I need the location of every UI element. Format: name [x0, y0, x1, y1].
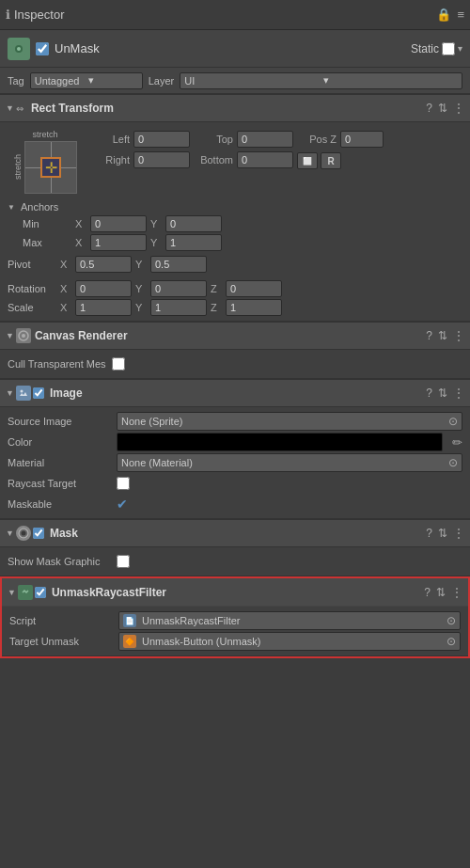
- canvas-renderer-menu-icon[interactable]: ⋮: [453, 329, 464, 342]
- canvas-renderer-header: ▼ Canvas Renderer ? ⇅ ⋮: [0, 322, 470, 350]
- rotation-row: Rotation X Y Z: [8, 279, 462, 298]
- rotation-x-input[interactable]: [75, 280, 132, 297]
- gameobject-icon: [8, 38, 30, 60]
- canvas-renderer-content: Cull Transparent Mes: [0, 350, 470, 379]
- target-unmask-target-icon[interactable]: ⊙: [446, 635, 456, 648]
- mask-foldout[interactable]: ▼: [6, 529, 14, 538]
- canvas-renderer-foldout[interactable]: ▼: [6, 331, 14, 340]
- anchor-visual[interactable]: ✛: [24, 141, 77, 194]
- image-content: Source Image None (Sprite) ⊙ Color ✏ Mat…: [0, 407, 470, 519]
- image-menu-icon[interactable]: ⋮: [453, 387, 464, 400]
- show-mask-graphic-checkbox[interactable]: [117, 555, 130, 568]
- show-mask-graphic-row: Show Mask Graphic: [8, 551, 462, 572]
- anchors-min-y-input[interactable]: [165, 215, 222, 232]
- unmask-raycast-icon: [18, 585, 33, 600]
- unmask-raycast-foldout[interactable]: ▼: [8, 588, 16, 597]
- color-label: Color: [8, 436, 111, 448]
- canvas-renderer-settings-icon[interactable]: ⇅: [438, 329, 447, 342]
- anchors-min-x-input[interactable]: [90, 215, 147, 232]
- mask-help-icon[interactable]: ?: [426, 527, 432, 540]
- target-unmask-field[interactable]: 🔶 Unmask-Button (Unmask) ⊙: [118, 632, 461, 651]
- anchors-foldout[interactable]: ▼: [8, 203, 15, 212]
- right-label: Right: [90, 154, 130, 166]
- left-input[interactable]: [133, 131, 190, 148]
- right-input[interactable]: [133, 151, 190, 168]
- anchors-min-row: Min X Y: [8, 214, 462, 233]
- color-field[interactable]: [117, 433, 443, 451]
- anchors-max-x-input[interactable]: [90, 234, 147, 251]
- cull-checkbox[interactable]: [112, 357, 125, 371]
- unmask-raycast-menu-icon[interactable]: ⋮: [451, 586, 462, 599]
- raycast-label: Raycast Target: [8, 478, 111, 489]
- script-file-icon: 📄: [123, 614, 136, 627]
- canvas-renderer-help-icon[interactable]: ?: [426, 329, 432, 342]
- image-icon: [16, 386, 31, 401]
- tag-layer-row: Tag Untagged ▾ Layer UI ▾: [0, 68, 470, 94]
- script-label: Script: [9, 615, 113, 626]
- lock-icon[interactable]: 🔒: [436, 8, 451, 22]
- image-foldout[interactable]: ▼: [6, 388, 14, 398]
- anchors-max-y-label: Y: [150, 237, 162, 248]
- pivot-y-input[interactable]: [150, 256, 207, 273]
- material-field[interactable]: None (Material) ⊙: [117, 453, 462, 472]
- pivot-y-label: Y: [135, 259, 147, 270]
- script-field[interactable]: 📄 UnmaskRaycastFilter ⊙: [118, 611, 461, 630]
- rotation-z-input[interactable]: [226, 280, 282, 297]
- pivot-x-input[interactable]: [75, 256, 132, 273]
- svg-point-2: [17, 47, 21, 51]
- rect-reset-btn[interactable]: R: [321, 152, 341, 169]
- mask-settings-icon[interactable]: ⇅: [438, 527, 447, 540]
- rect-transform-foldout[interactable]: ▼: [6, 103, 14, 113]
- top-input[interactable]: [237, 131, 293, 148]
- raycast-checkbox[interactable]: [117, 477, 130, 490]
- anchor-inner: ✛: [40, 157, 61, 178]
- static-dropdown-arrow[interactable]: ▾: [458, 43, 462, 54]
- image-help-icon[interactable]: ?: [426, 387, 432, 400]
- mask-menu-icon[interactable]: ⋮: [453, 527, 464, 540]
- gameobject-active-checkbox[interactable]: [36, 42, 49, 55]
- scale-z-input[interactable]: [226, 299, 282, 316]
- scale-x-input[interactable]: [75, 299, 132, 316]
- unmask-raycast-section: ▼ UnmaskRaycastFilter ? ⇅ ⋮ Script 📄 Unm…: [0, 576, 470, 658]
- static-checkbox[interactable]: [442, 42, 455, 55]
- scale-x-label: X: [60, 302, 71, 313]
- posz-input[interactable]: [340, 131, 384, 148]
- source-image-field[interactable]: None (Sprite) ⊙: [117, 412, 462, 431]
- material-target-icon[interactable]: ⊙: [448, 456, 458, 469]
- bottom-input[interactable]: [237, 151, 293, 168]
- scale-label: Scale: [8, 302, 55, 313]
- rect-constrain-btn[interactable]: ⬜: [297, 152, 318, 169]
- scale-fields: X Y Z: [60, 299, 282, 316]
- color-picker-icon[interactable]: ✏: [452, 435, 462, 450]
- canvas-renderer-icons: ? ⇅ ⋮: [426, 329, 464, 342]
- image-active-checkbox[interactable]: [33, 387, 44, 399]
- menu-icon[interactable]: ≡: [457, 8, 464, 22]
- inspector-icon: ℹ: [6, 8, 10, 22]
- rotation-y-input[interactable]: [150, 280, 207, 297]
- target-unmask-row: Target Unmask 🔶 Unmask-Button (Unmask) ⊙: [9, 631, 461, 652]
- unmask-raycast-active-checkbox[interactable]: [35, 587, 46, 598]
- source-image-target-icon[interactable]: ⊙: [448, 415, 458, 428]
- rect-transform-settings-icon[interactable]: ⇅: [438, 102, 447, 115]
- target-unmask-value: Unmask-Button (Unmask): [142, 636, 443, 647]
- mask-active-checkbox[interactable]: [33, 528, 44, 539]
- image-settings-icon[interactable]: ⇅: [438, 387, 447, 400]
- anchors-max-y-input[interactable]: [165, 234, 222, 251]
- stretch-label-v: stretch: [13, 154, 23, 180]
- unmask-raycast-settings-icon[interactable]: ⇅: [436, 586, 446, 599]
- anchors-min-label: Min: [23, 218, 70, 229]
- scale-y-input[interactable]: [150, 299, 207, 316]
- rect-transform-section-header: ▼ ⇔ Rect Transform ? ⇅ ⋮: [0, 94, 470, 122]
- anchors-title: Anchors: [21, 201, 58, 213]
- unmask-raycast-help-icon[interactable]: ?: [424, 586, 431, 599]
- layer-select[interactable]: UI ▾: [180, 72, 462, 89]
- tag-select[interactable]: Untagged ▾: [30, 72, 143, 89]
- unmask-raycast-content: Script 📄 UnmaskRaycastFilter ⊙ Target Un…: [2, 607, 468, 656]
- material-value: None (Material): [121, 457, 445, 468]
- maskable-row: Maskable ✔: [8, 494, 462, 514]
- mask-content: Show Mask Graphic: [0, 547, 470, 576]
- script-target-icon[interactable]: ⊙: [446, 614, 456, 627]
- anchors-max-label: Max: [23, 237, 70, 248]
- rect-transform-menu-icon[interactable]: ⋮: [453, 102, 464, 115]
- rect-transform-help-icon[interactable]: ?: [426, 102, 432, 115]
